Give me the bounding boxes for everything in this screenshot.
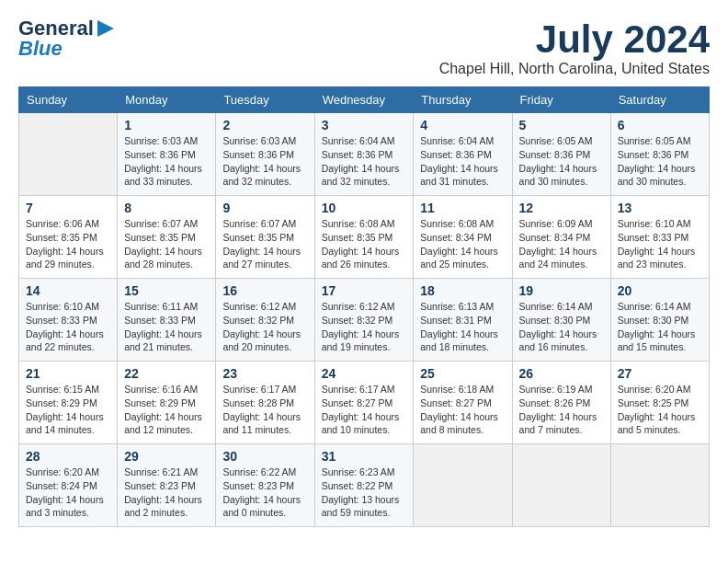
day-number: 28 <box>26 449 110 464</box>
day-number: 30 <box>222 449 307 464</box>
calendar-cell: 17Sunrise: 6:12 AMSunset: 8:32 PMDayligh… <box>314 279 414 362</box>
day-number: 20 <box>618 283 702 298</box>
calendar-table: SundayMondayTuesdayWednesdayThursdayFrid… <box>18 86 710 527</box>
cell-content: Sunrise: 6:08 AMSunset: 8:35 PMDaylight:… <box>322 217 407 271</box>
cell-content: Sunrise: 6:06 AMSunset: 8:35 PMDaylight:… <box>26 217 110 271</box>
logo-general: General <box>18 18 94 39</box>
day-number: 8 <box>124 201 209 215</box>
title-block: July 2024 Chapel Hill, North Carolina, U… <box>439 18 710 77</box>
day-number: 21 <box>26 366 110 381</box>
day-number: 7 <box>26 201 110 215</box>
month-title: July 2024 <box>439 18 710 61</box>
calendar-cell <box>19 113 118 196</box>
calendar-cell: 27Sunrise: 6:20 AMSunset: 8:25 PMDayligh… <box>610 362 709 444</box>
cell-content: Sunrise: 6:05 AMSunset: 8:36 PMDaylight:… <box>519 134 604 189</box>
cell-content: Sunrise: 6:20 AMSunset: 8:25 PMDaylight:… <box>618 383 702 437</box>
cell-content: Sunrise: 6:12 AMSunset: 8:32 PMDaylight:… <box>222 300 307 354</box>
calendar-cell: 9Sunrise: 6:07 AMSunset: 8:35 PMDaylight… <box>216 196 314 279</box>
calendar-cell: 30Sunrise: 6:22 AMSunset: 8:23 PMDayligh… <box>216 444 314 527</box>
cell-content: Sunrise: 6:14 AMSunset: 8:30 PMDaylight:… <box>519 300 604 354</box>
column-header-thursday: Thursday <box>414 87 512 113</box>
calendar-cell: 31Sunrise: 6:23 AMSunset: 8:22 PMDayligh… <box>314 444 414 527</box>
calendar-cell: 29Sunrise: 6:21 AMSunset: 8:23 PMDayligh… <box>118 444 216 527</box>
day-number: 2 <box>222 118 307 132</box>
calendar-cell: 7Sunrise: 6:06 AMSunset: 8:35 PMDaylight… <box>19 196 118 279</box>
day-number: 15 <box>124 283 209 298</box>
calendar-cell: 21Sunrise: 6:15 AMSunset: 8:29 PMDayligh… <box>19 362 118 444</box>
calendar-cell: 12Sunrise: 6:09 AMSunset: 8:34 PMDayligh… <box>512 196 610 279</box>
calendar-cell: 22Sunrise: 6:16 AMSunset: 8:29 PMDayligh… <box>118 362 216 444</box>
day-number: 25 <box>420 366 505 381</box>
cell-content: Sunrise: 6:16 AMSunset: 8:29 PMDaylight:… <box>124 383 209 437</box>
calendar-cell: 1Sunrise: 6:03 AMSunset: 8:36 PMDaylight… <box>118 113 216 196</box>
calendar-cell: 8Sunrise: 6:07 AMSunset: 8:35 PMDaylight… <box>118 196 216 279</box>
calendar-cell: 4Sunrise: 6:04 AMSunset: 8:36 PMDaylight… <box>414 113 512 196</box>
day-number: 26 <box>519 366 604 381</box>
cell-content: Sunrise: 6:19 AMSunset: 8:26 PMDaylight:… <box>519 383 604 437</box>
week-row-3: 14Sunrise: 6:10 AMSunset: 8:33 PMDayligh… <box>19 279 710 362</box>
day-number: 14 <box>26 283 110 298</box>
column-header-saturday: Saturday <box>610 87 709 113</box>
cell-content: Sunrise: 6:04 AMSunset: 8:36 PMDaylight:… <box>322 134 407 189</box>
cell-content: Sunrise: 6:09 AMSunset: 8:34 PMDaylight:… <box>519 217 604 271</box>
cell-content: Sunrise: 6:20 AMSunset: 8:24 PMDaylight:… <box>26 465 110 520</box>
calendar-cell: 26Sunrise: 6:19 AMSunset: 8:26 PMDayligh… <box>512 362 610 444</box>
day-number: 9 <box>222 201 307 215</box>
calendar-cell: 11Sunrise: 6:08 AMSunset: 8:34 PMDayligh… <box>414 196 512 279</box>
calendar-cell <box>512 444 610 527</box>
cell-content: Sunrise: 6:15 AMSunset: 8:29 PMDaylight:… <box>26 383 110 437</box>
week-row-5: 28Sunrise: 6:20 AMSunset: 8:24 PMDayligh… <box>19 444 710 527</box>
day-number: 10 <box>322 201 407 215</box>
calendar-cell <box>414 444 512 527</box>
logo-blue: Blue <box>18 39 63 59</box>
day-number: 24 <box>322 366 407 381</box>
calendar-cell: 3Sunrise: 6:04 AMSunset: 8:36 PMDaylight… <box>314 113 414 196</box>
day-number: 13 <box>618 201 702 215</box>
page-header: General Blue July 2024 Chapel Hill, Nort… <box>18 18 710 77</box>
calendar-cell <box>610 444 709 527</box>
day-number: 16 <box>222 283 307 298</box>
cell-content: Sunrise: 6:17 AMSunset: 8:28 PMDaylight:… <box>222 383 307 437</box>
calendar-cell: 19Sunrise: 6:14 AMSunset: 8:30 PMDayligh… <box>512 279 610 362</box>
column-header-monday: Monday <box>118 87 216 113</box>
day-number: 18 <box>420 283 505 298</box>
cell-content: Sunrise: 6:05 AMSunset: 8:36 PMDaylight:… <box>618 134 702 189</box>
day-number: 11 <box>420 201 505 215</box>
cell-content: Sunrise: 6:21 AMSunset: 8:23 PMDaylight:… <box>124 465 209 520</box>
week-row-2: 7Sunrise: 6:06 AMSunset: 8:35 PMDaylight… <box>19 196 710 279</box>
calendar-cell: 23Sunrise: 6:17 AMSunset: 8:28 PMDayligh… <box>216 362 314 444</box>
calendar-cell: 13Sunrise: 6:10 AMSunset: 8:33 PMDayligh… <box>610 196 709 279</box>
cell-content: Sunrise: 6:07 AMSunset: 8:35 PMDaylight:… <box>124 217 209 271</box>
day-number: 29 <box>124 449 209 464</box>
cell-content: Sunrise: 6:03 AMSunset: 8:36 PMDaylight:… <box>222 134 307 189</box>
cell-content: Sunrise: 6:23 AMSunset: 8:22 PMDaylight:… <box>322 465 407 520</box>
calendar-cell: 10Sunrise: 6:08 AMSunset: 8:35 PMDayligh… <box>314 196 414 279</box>
cell-content: Sunrise: 6:03 AMSunset: 8:36 PMDaylight:… <box>124 134 209 189</box>
day-number: 3 <box>322 118 407 132</box>
cell-content: Sunrise: 6:12 AMSunset: 8:32 PMDaylight:… <box>322 300 407 354</box>
day-number: 23 <box>222 366 307 381</box>
calendar-cell: 28Sunrise: 6:20 AMSunset: 8:24 PMDayligh… <box>19 444 118 527</box>
column-header-tuesday: Tuesday <box>216 87 314 113</box>
column-header-wednesday: Wednesday <box>314 87 414 113</box>
week-row-4: 21Sunrise: 6:15 AMSunset: 8:29 PMDayligh… <box>19 362 710 444</box>
week-row-1: 1Sunrise: 6:03 AMSunset: 8:36 PMDaylight… <box>19 113 710 196</box>
day-number: 31 <box>322 449 407 464</box>
logo: General Blue <box>18 18 114 59</box>
cell-content: Sunrise: 6:13 AMSunset: 8:31 PMDaylight:… <box>420 300 505 354</box>
cell-content: Sunrise: 6:10 AMSunset: 8:33 PMDaylight:… <box>618 217 702 271</box>
calendar-cell: 5Sunrise: 6:05 AMSunset: 8:36 PMDaylight… <box>512 113 610 196</box>
calendar-cell: 24Sunrise: 6:17 AMSunset: 8:27 PMDayligh… <box>314 362 414 444</box>
cell-content: Sunrise: 6:17 AMSunset: 8:27 PMDaylight:… <box>322 383 407 437</box>
cell-content: Sunrise: 6:22 AMSunset: 8:23 PMDaylight:… <box>222 465 307 520</box>
cell-content: Sunrise: 6:14 AMSunset: 8:30 PMDaylight:… <box>618 300 702 354</box>
cell-content: Sunrise: 6:11 AMSunset: 8:33 PMDaylight:… <box>124 300 209 354</box>
cell-content: Sunrise: 6:04 AMSunset: 8:36 PMDaylight:… <box>420 134 505 189</box>
calendar-cell: 18Sunrise: 6:13 AMSunset: 8:31 PMDayligh… <box>414 279 512 362</box>
calendar-cell: 20Sunrise: 6:14 AMSunset: 8:30 PMDayligh… <box>610 279 709 362</box>
calendar-cell: 6Sunrise: 6:05 AMSunset: 8:36 PMDaylight… <box>610 113 709 196</box>
calendar-header-row: SundayMondayTuesdayWednesdayThursdayFrid… <box>19 87 710 113</box>
day-number: 19 <box>519 283 604 298</box>
cell-content: Sunrise: 6:10 AMSunset: 8:33 PMDaylight:… <box>26 300 110 354</box>
logo-arrow-icon <box>97 20 114 37</box>
